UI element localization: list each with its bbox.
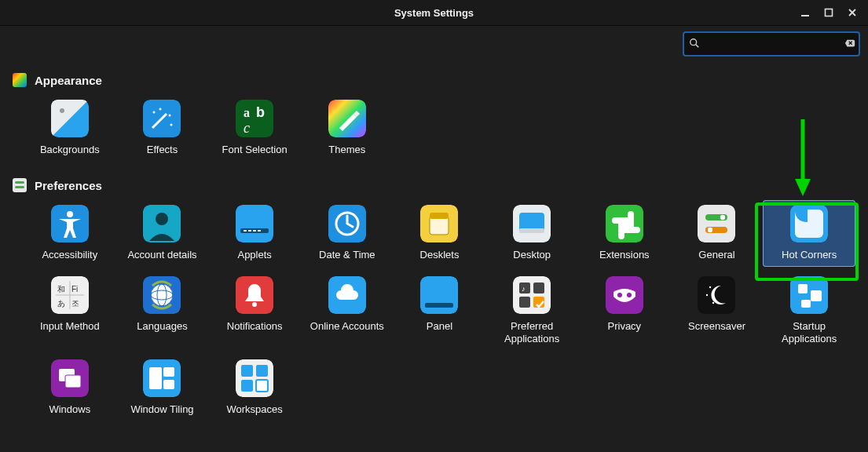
item-workspaces[interactable]: Workspaces [208, 355, 301, 421]
item-label: Preferred Applications [488, 320, 576, 346]
item-label: Window Tiling [130, 403, 193, 416]
svg-point-8 [153, 111, 156, 114]
clear-search-icon[interactable] [844, 38, 855, 50]
svg-rect-19 [15, 186, 24, 188]
search-field[interactable] [683, 31, 860, 56]
privacy-mask-icon [606, 276, 643, 314]
svg-rect-17 [13, 178, 27, 192]
item-panel[interactable]: Panel [394, 272, 486, 351]
item-startup-applications[interactable]: Startup Applications [763, 272, 855, 351]
panel-icon [420, 276, 458, 314]
font-selection-icon: abc [236, 100, 273, 137]
item-applets[interactable]: Applets [208, 200, 301, 266]
preferences-grid: Accessibility Account details Applets [24, 200, 855, 421]
cloud-icon [328, 276, 366, 314]
svg-point-2 [690, 38, 697, 45]
svg-rect-26 [244, 230, 247, 231]
svg-rect-16 [328, 100, 366, 137]
svg-text:조: 조 [71, 299, 79, 308]
item-font-selection[interactable]: abc Font Selection [208, 95, 301, 161]
svg-text:Fi: Fi [71, 285, 78, 293]
input-method-icon: 和Fiあ조 [51, 276, 89, 314]
item-label: Languages [137, 320, 187, 333]
svg-rect-66 [533, 282, 544, 293]
item-label: Notifications [227, 320, 283, 333]
search-icon [689, 38, 700, 51]
svg-rect-27 [248, 230, 251, 231]
item-input-method[interactable]: 和Fiあ조 Input Method [24, 272, 116, 351]
item-preferred-applications[interactable]: ♪ Preferred Applications [485, 272, 578, 351]
item-online-accounts[interactable]: Online Accounts [301, 272, 394, 351]
svg-line-3 [696, 44, 698, 46]
svg-rect-62 [425, 303, 453, 308]
item-label: Font Selection [222, 144, 288, 156]
svg-rect-85 [163, 367, 174, 377]
item-label: Backgrounds [40, 144, 100, 156]
system-settings-window: System Settings [0, 0, 868, 452]
svg-rect-76 [790, 276, 828, 314]
item-window-tiling[interactable]: Window Tiling [116, 355, 209, 421]
svg-rect-79 [801, 300, 811, 308]
item-privacy[interactable]: Privacy [578, 272, 671, 351]
item-desktop[interactable]: Desktop [485, 200, 578, 266]
item-label: Input Method [40, 320, 100, 333]
svg-point-41 [720, 215, 725, 220]
svg-point-43 [708, 228, 712, 232]
preferences-section-icon [13, 178, 27, 192]
item-windows[interactable]: Windows [24, 355, 116, 421]
svg-point-10 [169, 115, 171, 117]
svg-rect-78 [811, 290, 822, 301]
svg-rect-91 [256, 380, 268, 392]
item-accessibility[interactable]: Accessibility [24, 200, 116, 266]
languages-icon [143, 276, 181, 314]
item-screensaver[interactable]: Screensaver [671, 272, 764, 351]
item-label: Windows [49, 403, 90, 416]
item-label: Workspaces [227, 403, 283, 416]
backgrounds-icon [51, 100, 89, 137]
minimize-button[interactable] [794, 4, 816, 21]
item-date-time[interactable]: Date & Time [301, 200, 394, 266]
search-input[interactable] [705, 32, 840, 56]
svg-point-23 [156, 213, 168, 225]
svg-text:♪: ♪ [522, 285, 526, 293]
svg-point-74 [706, 293, 708, 295]
svg-text:あ: あ [57, 299, 65, 308]
desktop-icon [513, 205, 551, 242]
item-backgrounds[interactable]: Backgrounds [24, 95, 116, 161]
section-title: Preferences [35, 179, 102, 192]
svg-rect-29 [258, 230, 261, 231]
applets-icon [236, 205, 273, 242]
accessibility-icon [51, 205, 89, 242]
themes-icon [328, 100, 366, 137]
item-notifications[interactable]: Notifications [208, 272, 301, 351]
item-label: Account details [127, 249, 196, 261]
svg-point-11 [170, 124, 173, 126]
item-themes[interactable]: Themes [301, 95, 394, 161]
item-general[interactable]: General [671, 200, 764, 266]
item-effects[interactable]: Effects [116, 95, 209, 161]
item-account-details[interactable]: Account details [116, 200, 209, 266]
item-extensions[interactable]: Extensions [578, 200, 671, 266]
item-languages[interactable]: Languages [116, 272, 209, 351]
item-label: Themes [328, 144, 365, 156]
general-icon [698, 205, 735, 242]
item-label: Screensaver [688, 320, 745, 333]
item-label: Extensions [599, 249, 650, 261]
section-preferences: Preferences Accessibility Account detail… [13, 178, 855, 421]
item-label: Accessibility [42, 249, 97, 261]
item-desklets[interactable]: Desklets [394, 200, 486, 266]
extensions-icon [606, 205, 643, 242]
window-tiling-icon [143, 359, 181, 397]
svg-rect-67 [519, 297, 530, 308]
maximize-button[interactable] [818, 4, 840, 21]
item-hot-corners[interactable]: Hot Corners [763, 200, 855, 266]
content-area: Appearance Backgrounds Effects [0, 62, 868, 452]
svg-text:c: c [244, 120, 250, 136]
svg-rect-72 [698, 276, 735, 314]
svg-point-70 [617, 293, 622, 297]
workspaces-icon [236, 359, 273, 397]
close-button[interactable] [841, 4, 863, 21]
window-title: System Settings [394, 7, 474, 19]
bell-icon [236, 276, 273, 314]
svg-rect-61 [420, 276, 458, 314]
